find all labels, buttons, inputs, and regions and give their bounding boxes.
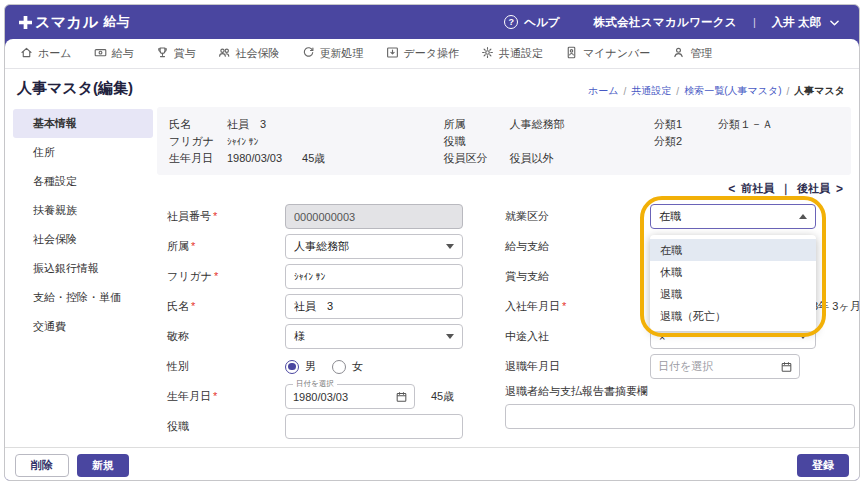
summary-officer-value: 役員以外 (510, 150, 554, 167)
logo-product-text: 給与 (103, 13, 129, 31)
employee-number-field (285, 204, 463, 229)
next-employee-chevron-icon[interactable]: > (836, 182, 843, 196)
breadcrumb-current: 人事マスタ (794, 84, 845, 98)
birthdate-input[interactable]: 日付を選択 1980/03/03 (285, 384, 415, 409)
position-input[interactable] (285, 414, 463, 439)
department-select[interactable]: 人事総務部 (285, 234, 463, 259)
section-sidebar: 基本情報 住所 各種設定 扶養親族 社会保険 振込銀行情報 支給・控除・単価 交… (5, 107, 157, 447)
update-icon (302, 46, 315, 61)
app-logo[interactable]: スマカル 給与 (19, 13, 129, 32)
employment-status-dropdown: 在職 休職 退職 退職（死亡） (650, 235, 816, 331)
gender-radio-female[interactable]: 女 (332, 359, 363, 374)
breadcrumb-link-settings[interactable]: 共通設定 (631, 84, 671, 98)
next-employee-button[interactable]: 後社員 (797, 181, 830, 196)
radio-selected-icon (285, 360, 299, 374)
page-sheet: ホーム 給与 賞与 社会保険 更新処理 データ操作 (5, 39, 859, 481)
retirement-date-label: 退職年月日 (505, 359, 650, 374)
radio-unselected-icon (332, 360, 346, 374)
user-menu[interactable]: 入井 太郎 (772, 15, 839, 30)
bonus-payment-label: 賞与支給 (505, 269, 650, 284)
sidebar-item-basic-info[interactable]: 基本情報 (13, 109, 153, 138)
bonus-icon (156, 46, 169, 61)
gender-radio-male[interactable]: 男 (285, 359, 316, 374)
employment-status-option-retired[interactable]: 退職 (650, 283, 816, 305)
breadcrumb-separator: / (787, 86, 790, 97)
date-float-label: 日付を選択 (293, 380, 337, 388)
summary-category1-label: 分類1 (654, 116, 718, 133)
nav-item-admin[interactable]: 管理 (661, 46, 723, 61)
help-button[interactable]: ? ヘルプ (504, 15, 559, 30)
summary-officer-label: 役員区分 (444, 150, 510, 167)
nav-item-social-insurance[interactable]: 社会保険 (207, 46, 291, 61)
nav-item-home[interactable]: ホーム (9, 46, 83, 61)
sidebar-item-address[interactable]: 住所 (13, 138, 153, 167)
position-label: 役職 (167, 419, 285, 434)
required-mark: * (213, 210, 217, 222)
name-input[interactable] (285, 294, 463, 319)
birthdate-label: 生年月日* (167, 389, 285, 404)
required-mark: * (213, 390, 217, 402)
summary-birthdate-label: 生年月日 (169, 150, 227, 167)
employment-status-option-deceased[interactable]: 退職（死亡） (650, 305, 816, 327)
header-divider: | (753, 16, 756, 28)
nav-item-update[interactable]: 更新処理 (291, 46, 375, 61)
data-icon (386, 46, 399, 61)
sidebar-item-pay-deduction-unit[interactable]: 支給・控除・単価 (13, 283, 153, 312)
furigana-input[interactable] (285, 264, 463, 289)
delete-button[interactable]: 削除 (15, 454, 69, 477)
required-mark: * (191, 300, 195, 312)
social-insurance-icon (218, 46, 231, 61)
nav-item-settings[interactable]: 共通設定 (470, 46, 554, 61)
honorific-select[interactable]: 様 (285, 324, 463, 349)
required-mark: * (191, 240, 195, 252)
nav-item-payroll[interactable]: 給与 (83, 46, 145, 61)
chevron-down-icon (830, 16, 839, 28)
summary-category1-value: 分類１－Ａ (718, 116, 773, 133)
employee-summary-panel: 氏名社員 3 フリガナｼｬｲﾝ ｻﾝ 生年月日1980/03/0345歳 所属人… (157, 107, 851, 175)
hire-date-label: 入社年月日* (505, 299, 650, 314)
chevron-down-icon (446, 244, 454, 249)
sidebar-item-dependents[interactable]: 扶養親族 (13, 196, 153, 225)
plus-logo-icon (19, 16, 32, 29)
retirement-date-input[interactable]: 日付を選択 (650, 354, 800, 379)
breadcrumb-link-home[interactable]: ホーム (588, 84, 618, 98)
gender-label: 性別 (167, 359, 285, 374)
retirement-note-label: 退職者給与支払報告書摘要欄 (505, 384, 860, 399)
retirement-note-input[interactable] (505, 404, 855, 429)
nav-item-mynumber[interactable]: マイナンバー (554, 46, 661, 61)
pager-divider: ｜ (780, 181, 791, 196)
nav-item-data[interactable]: データ操作 (375, 46, 471, 61)
salary-payment-label: 給与支給 (505, 239, 650, 254)
breadcrumb-link-search-list[interactable]: 検索一覧(人事マスタ) (684, 84, 781, 98)
summary-department-label: 所属 (444, 116, 510, 133)
main-navbar: ホーム 給与 賞与 社会保険 更新処理 データ操作 (5, 39, 859, 69)
age-text: 45歳 (431, 389, 454, 404)
sidebar-item-social-insurance[interactable]: 社会保険 (13, 225, 153, 254)
footer-action-bar: 削除 新規 登録 (5, 447, 859, 481)
company-name: 株式会社スマカルワークス (593, 15, 737, 30)
calendar-icon[interactable] (396, 391, 407, 403)
mid-career-hire-label: 中途入社 (505, 329, 650, 344)
chevron-down-icon (799, 334, 807, 339)
employment-status-option-leave[interactable]: 休職 (650, 261, 816, 283)
employee-number-label: 社員番号* (167, 209, 285, 224)
sidebar-item-various-settings[interactable]: 各種設定 (13, 167, 153, 196)
payroll-icon (94, 46, 107, 61)
new-button[interactable]: 新規 (77, 454, 129, 477)
admin-icon (672, 46, 685, 61)
sidebar-item-bank-transfer[interactable]: 振込銀行情報 (13, 254, 153, 283)
nav-item-bonus[interactable]: 賞与 (145, 46, 207, 61)
previous-employee-button[interactable]: 前社員 (741, 181, 774, 196)
furigana-label: フリガナ* (167, 269, 285, 284)
sidebar-item-commuting[interactable]: 交通費 (13, 312, 153, 341)
summary-birthdate-value: 1980/03/03 (227, 150, 282, 167)
summary-category2-label: 分類2 (654, 133, 718, 150)
submit-button[interactable]: 登録 (797, 454, 849, 477)
employment-status-option-active[interactable]: 在職 (650, 239, 816, 261)
previous-employee-chevron-icon[interactable]: < (728, 182, 735, 196)
calendar-icon[interactable] (781, 361, 792, 373)
employment-status-label: 就業区分 (505, 209, 650, 224)
employment-status-select[interactable]: 在職 (650, 204, 816, 229)
required-mark: * (214, 270, 218, 282)
gender-radio-group: 男 女 (285, 359, 363, 374)
